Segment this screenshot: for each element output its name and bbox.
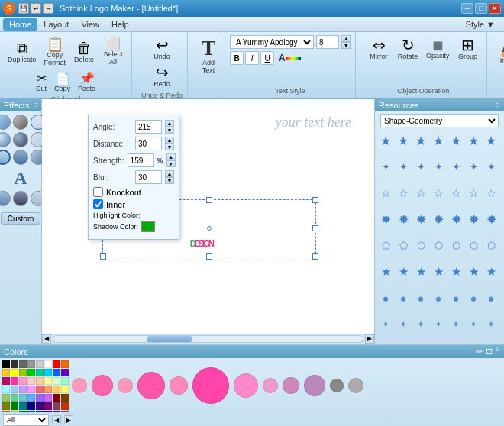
menu-view[interactable]: View	[75, 18, 105, 31]
shape-item-34[interactable]: ⬡	[466, 238, 481, 253]
bold-button[interactable]: B	[230, 51, 244, 65]
blur-up[interactable]: ▲	[165, 170, 174, 177]
shape-item-25[interactable]: ✸	[431, 211, 446, 227]
palette-cell[interactable]	[2, 394, 10, 402]
shape-item-16[interactable]: ☆	[396, 186, 411, 201]
font-size-input[interactable]	[316, 35, 339, 49]
close-button[interactable]: ✕	[489, 3, 501, 14]
effect-circle-4[interactable]	[0, 132, 11, 147]
shape-item-4[interactable]: ★	[431, 133, 446, 148]
palette-cell[interactable]	[19, 386, 27, 393]
menu-home[interactable]: Home	[3, 18, 37, 31]
shape-item-15[interactable]: ☆	[378, 186, 393, 201]
hscroll-left[interactable]: ◀	[42, 334, 51, 344]
distance-input[interactable]	[135, 137, 162, 150]
effect-circle-11[interactable]	[13, 191, 28, 206]
color-shape-1[interactable]	[92, 375, 113, 396]
palette-cell[interactable]	[11, 377, 18, 385]
effect-circle-10[interactable]	[0, 191, 11, 206]
palette-cell[interactable]	[44, 394, 52, 402]
color-shape-6[interactable]	[234, 373, 258, 398]
palette-cell[interactable]	[19, 394, 27, 402]
palette-cell[interactable]	[2, 360, 10, 368]
shape-item-23[interactable]: ✸	[396, 211, 411, 227]
shape-item-14[interactable]: ✦	[483, 159, 499, 174]
shape-item-33[interactable]: ⬡	[448, 238, 464, 253]
shape-item-55[interactable]: ✦	[466, 317, 481, 332]
color-shape-9[interactable]	[304, 375, 325, 396]
shape-item-48[interactable]: ●	[466, 290, 481, 305]
copy-format-button[interactable]: 📋 CopyFormat	[41, 35, 69, 69]
shape-item-2[interactable]: ★	[396, 133, 411, 148]
effect-circle-1[interactable]	[0, 115, 11, 130]
palette-cell[interactable]	[44, 377, 52, 385]
palette-cell[interactable]	[61, 360, 69, 368]
palette-cell[interactable]	[36, 369, 44, 376]
palette-cell[interactable]	[61, 377, 69, 385]
shape-item-42[interactable]: ★	[483, 264, 499, 279]
inner-checkbox[interactable]	[93, 199, 103, 209]
menu-layout[interactable]: Layout	[37, 18, 75, 31]
shape-item-52[interactable]: ✦	[413, 317, 428, 332]
group-button[interactable]: ⊞ Group	[454, 35, 482, 63]
shape-item-28[interactable]: ✸	[483, 211, 499, 227]
palette-cell[interactable]	[53, 360, 60, 368]
shape-item-27[interactable]: ✸	[466, 211, 481, 227]
shape-item-56[interactable]: ✦	[483, 317, 499, 332]
font-select[interactable]: A Yummy Apology	[230, 35, 314, 49]
shape-item-44[interactable]: ●	[396, 290, 411, 305]
copy-button[interactable]: 📄 Copy	[51, 71, 73, 94]
palette-cell[interactable]	[61, 386, 69, 393]
colors-scroll-left[interactable]: ◀	[52, 415, 61, 424]
paste-button[interactable]: 📌 Paste	[75, 71, 99, 94]
palette-cell[interactable]	[53, 394, 60, 402]
palette-cell[interactable]	[27, 377, 35, 385]
strength-down[interactable]: ▼	[166, 160, 176, 167]
shape-item-3[interactable]: ★	[413, 133, 428, 148]
shape-item-36[interactable]: ★	[378, 264, 393, 279]
shape-item-20[interactable]: ☆	[466, 186, 481, 201]
add-text-button[interactable]: T AddText	[195, 35, 222, 76]
palette-cell[interactable]	[19, 360, 27, 368]
shape-item-30[interactable]: ⬠	[396, 238, 411, 253]
duplicate-button[interactable]: ⧉ Duplicate	[5, 38, 40, 66]
palette-cell[interactable]	[61, 369, 69, 376]
effect-circle-5[interactable]	[13, 132, 28, 147]
minimize-button[interactable]: ─	[461, 3, 473, 14]
shape-item-29[interactable]: ⬠	[378, 238, 393, 253]
palette-cell[interactable]	[44, 402, 52, 410]
shape-item-1[interactable]: ★	[378, 133, 393, 148]
shape-item-41[interactable]: ★	[466, 264, 481, 279]
import-button[interactable]: 📥 Import	[496, 39, 504, 66]
color-shape-0[interactable]	[72, 378, 87, 393]
shape-item-5[interactable]: ★	[448, 133, 464, 148]
palette-cell[interactable]	[11, 369, 18, 376]
palette-cell[interactable]	[53, 369, 60, 376]
shape-item-6[interactable]: ★	[466, 133, 481, 148]
shape-item-17[interactable]: ☆	[413, 186, 428, 201]
shape-item-43[interactable]: ●	[378, 290, 393, 305]
palette-cell[interactable]	[36, 394, 44, 402]
opacity-button[interactable]: ◼ Opacity	[423, 36, 453, 62]
shape-item-54[interactable]: ✦	[448, 317, 464, 332]
palette-cell[interactable]	[27, 402, 35, 410]
color-shape-5[interactable]	[192, 367, 229, 404]
color-shape-10[interactable]	[330, 379, 344, 392]
shape-item-9[interactable]: ✦	[396, 159, 411, 174]
italic-button[interactable]: I	[245, 51, 259, 65]
rotate-button[interactable]: ↻ Rotate	[394, 35, 422, 63]
color-shape-7[interactable]	[263, 378, 278, 393]
colors-edit-icon[interactable]: ✏	[476, 347, 483, 357]
select-all-button[interactable]: ⬜ SelectAll	[99, 36, 127, 68]
canvas-hscroll[interactable]: ◀ ▶	[42, 334, 374, 344]
menu-help[interactable]: Help	[105, 18, 135, 31]
palette-cell[interactable]	[61, 402, 69, 410]
color-shape-2[interactable]	[118, 378, 133, 393]
shape-item-7[interactable]: ★	[483, 133, 499, 148]
palette-cell[interactable]	[27, 369, 35, 376]
angle-up[interactable]: ▲	[165, 120, 174, 127]
redo-button[interactable]: ↪ Redo	[148, 63, 176, 90]
handle-br[interactable]	[312, 253, 318, 260]
shape-item-22[interactable]: ✸	[378, 211, 393, 227]
palette-cell[interactable]	[11, 360, 18, 368]
